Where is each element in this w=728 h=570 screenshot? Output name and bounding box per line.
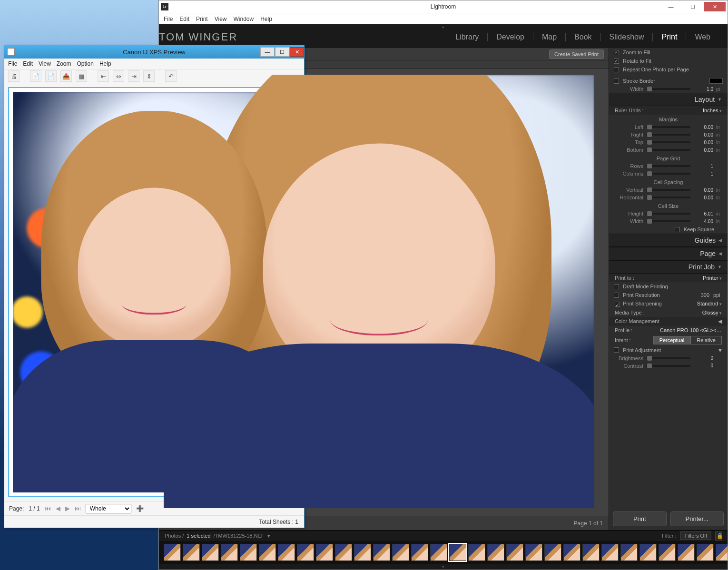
print-adjustment-checkbox[interactable] — [614, 347, 619, 353]
align-center-icon[interactable]: ⇔ — [113, 70, 124, 82]
filmstrip-thumb[interactable] — [221, 544, 238, 561]
menu-window[interactable]: Window — [234, 16, 254, 22]
stroke-width-value[interactable]: 1.0 — [693, 87, 713, 92]
hspace-value[interactable]: 0.00 — [693, 195, 713, 200]
filmstrip-thumb[interactable] — [659, 544, 676, 561]
columns-slider[interactable] — [646, 173, 690, 175]
contrast-slider[interactable] — [646, 365, 690, 367]
filmstrip-thumb[interactable] — [202, 544, 219, 561]
brightness-value[interactable]: 0 — [693, 355, 713, 361]
page-section-header[interactable]: Page◀ — [609, 247, 728, 260]
printer-settings-button[interactable]: Printer... — [670, 511, 724, 526]
filmstrip-thumb[interactable] — [240, 544, 257, 561]
canon-menu-edit[interactable]: Edit — [23, 60, 33, 67]
filmstrip-thumb[interactable] — [411, 544, 428, 561]
filmstrip-thumb[interactable] — [373, 544, 390, 561]
menu-file[interactable]: File — [164, 16, 173, 22]
print-adjustment-toggle[interactable]: ▼ — [718, 347, 723, 353]
repeat-photo-checkbox[interactable] — [614, 67, 619, 72]
module-develop[interactable]: Develop — [488, 33, 533, 41]
top-panel-handle[interactable] — [159, 24, 728, 29]
filmstrip-thumb[interactable] — [164, 544, 181, 561]
margin-right-value[interactable]: 0.00 — [693, 132, 713, 138]
filmstrip-thumb[interactable] — [487, 544, 504, 561]
canon-last-page-icon[interactable]: ⏭ — [75, 505, 81, 512]
stroke-width-slider[interactable] — [646, 88, 690, 90]
canon-titlebar[interactable]: Canon IJ XPS Preview — ☐ ✕ — [4, 45, 304, 59]
minimize-button[interactable]: — — [660, 2, 682, 11]
rows-value[interactable]: 1 — [693, 164, 713, 169]
cell-width-value[interactable]: 4.00 — [693, 219, 713, 224]
canon-menu-option[interactable]: Option — [77, 60, 94, 67]
undo-icon[interactable]: ↶ — [165, 70, 177, 82]
menu-help[interactable]: Help — [260, 16, 272, 22]
sharpening-checkbox[interactable]: ✓ — [615, 302, 620, 307]
vspace-value[interactable]: 0.00 — [693, 187, 713, 193]
footer-filename[interactable]: /TMW131225-18.NEF — [214, 533, 265, 539]
canon-menu-help[interactable]: Help — [99, 60, 111, 67]
module-library[interactable]: Library — [447, 33, 488, 41]
printjob-section-header[interactable]: Print Job▼ — [609, 260, 728, 274]
margin-bottom-value[interactable]: 0.00 — [693, 147, 713, 153]
rotate-to-fit-checkbox[interactable]: ✓ — [614, 59, 619, 64]
filmstrip-thumb[interactable] — [316, 544, 333, 561]
print-to-dropdown[interactable]: Printer — [703, 275, 722, 281]
print-button[interactable]: Print — [613, 511, 667, 526]
filmstrip-thumb[interactable] — [697, 544, 714, 561]
canon-zoom-dropdown[interactable]: Whole — [86, 504, 131, 513]
keep-square-checkbox[interactable] — [675, 227, 680, 232]
hspace-slider[interactable] — [646, 197, 690, 198]
align-top-icon[interactable]: ⇕ — [143, 70, 155, 82]
filmstrip-thumb[interactable] — [506, 544, 523, 561]
module-slideshow[interactable]: Slideshow — [601, 33, 653, 41]
filmstrip-thumb[interactable] — [639, 544, 657, 561]
module-book[interactable]: Book — [566, 33, 600, 41]
filmstrip-thumb[interactable] — [335, 544, 352, 561]
stroke-color-swatch[interactable] — [709, 78, 723, 84]
cell-height-value[interactable]: 6.01 — [693, 211, 713, 216]
filmstrip-thumb[interactable] — [354, 544, 371, 561]
menu-edit[interactable]: Edit — [179, 16, 189, 22]
rows-slider[interactable] — [646, 165, 690, 167]
vspace-slider[interactable] — [646, 189, 690, 191]
contrast-value[interactable]: 0 — [693, 363, 713, 368]
margin-left-value[interactable]: 0.00 — [693, 125, 713, 130]
cell-height-slider[interactable] — [646, 213, 690, 215]
intent-perceptual[interactable]: Perceptual — [653, 336, 691, 344]
lightroom-titlebar[interactable]: Lr Lightroom — ☐ ✕ — [159, 0, 728, 13]
color-management-toggle[interactable]: ◀ — [718, 318, 722, 324]
sharpening-dropdown[interactable]: Standard — [697, 301, 722, 306]
canon-first-page-icon[interactable]: ⏮ — [45, 505, 51, 512]
print-resolution-checkbox[interactable] — [614, 293, 619, 298]
copy-icon[interactable]: 📄 — [30, 70, 41, 82]
profile-dropdown[interactable]: Canon PRO-100 <GL><... — [660, 327, 722, 333]
module-print[interactable]: Print — [653, 33, 686, 41]
layout-icon[interactable]: ▦ — [76, 70, 87, 82]
canon-next-page-icon[interactable]: ▶ — [65, 505, 70, 512]
margin-bottom-slider[interactable] — [646, 149, 690, 151]
filmstrip-thumb[interactable] — [678, 544, 695, 561]
filmstrip-thumb[interactable] — [278, 544, 295, 561]
intent-relative[interactable]: Relative — [690, 336, 722, 344]
filmstrip-thumb[interactable] — [183, 544, 200, 561]
filmstrip-thumb[interactable] — [297, 544, 314, 561]
filter-lock-icon[interactable]: 🔒 — [715, 531, 722, 541]
margin-top-slider[interactable] — [646, 141, 690, 143]
canon-close-button[interactable]: ✕ — [290, 47, 304, 57]
layout-section-header[interactable]: Layout▼ — [609, 93, 728, 106]
guides-section-header[interactable]: Guides◀ — [609, 234, 728, 247]
filmstrip-thumb[interactable] — [468, 544, 485, 561]
page-icon[interactable]: 📄 — [45, 70, 57, 82]
filmstrip-thumb[interactable] — [544, 544, 561, 561]
margin-left-slider[interactable] — [646, 126, 690, 128]
filmstrip[interactable] — [159, 541, 728, 564]
ruler-units-dropdown[interactable]: Inches — [703, 108, 722, 113]
module-map[interactable]: Map — [533, 33, 566, 41]
filmstrip-thumb[interactable] — [392, 544, 409, 561]
menu-print[interactable]: Print — [196, 16, 208, 22]
canon-menu-view[interactable]: View — [39, 60, 51, 67]
create-saved-print-button[interactable]: Create Saved Print — [549, 49, 604, 59]
canon-minimize-button[interactable]: — — [260, 47, 275, 57]
bottom-panel-handle[interactable] — [159, 564, 728, 570]
maximize-button[interactable]: ☐ — [682, 2, 704, 11]
